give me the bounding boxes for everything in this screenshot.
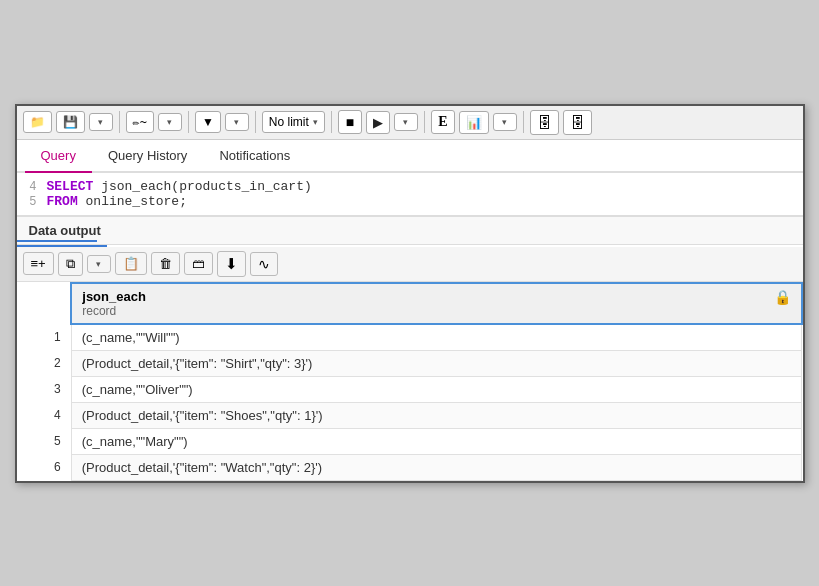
separator-4 — [331, 111, 332, 133]
db1-button[interactable]: 🗄 — [530, 110, 559, 135]
row-num-4: 4 — [17, 402, 72, 428]
explain-button[interactable]: E — [431, 110, 455, 134]
data-output-label: Data output — [29, 223, 101, 238]
limit-chevron-icon: ▾ — [313, 117, 318, 127]
row-num-3: 3 — [17, 376, 72, 402]
row-num-header — [17, 283, 72, 324]
line-number-4: 4 — [17, 180, 47, 194]
sql-content-4: SELECT json_each(products_in_cart) — [47, 179, 312, 194]
limit-dropdown[interactable]: No limit ▾ — [262, 111, 325, 133]
row-num-5: 5 — [17, 428, 72, 454]
paste-button[interactable]: 📋 — [115, 252, 147, 275]
results-table: json_each record 🔒 1 (c_name,""Will"") 2 — [17, 282, 803, 481]
run-dropdown-button[interactable]: ▾ — [394, 113, 418, 131]
keyword-select: SELECT — [47, 179, 94, 194]
sql-editor[interactable]: 4 SELECT json_each(products_in_cart) 5 F… — [17, 173, 803, 217]
save-data-button[interactable]: 🗃 — [184, 252, 213, 275]
tab-query[interactable]: Query — [25, 140, 92, 173]
row-value-1: (c_name,""Will"") — [71, 324, 801, 351]
save-dropdown-button[interactable]: ▾ — [89, 113, 113, 131]
main-toolbar: 📁 💾 ▾ ✏~ ▾ ▼ ▾ No limit ▾ ■ ▶ ▾ E 📊 ▾ 🗄 … — [17, 106, 803, 140]
line-number-5: 5 — [17, 195, 47, 209]
table-row: 1 (c_name,""Will"") — [17, 324, 802, 351]
col-header-json-each: json_each record 🔒 — [71, 283, 801, 324]
table-row: 2 (Product_detail,'{"item": "Shirt","qty… — [17, 350, 802, 376]
tab-bar: Query Query History Notifications — [17, 140, 803, 173]
row-num-6: 6 — [17, 454, 72, 480]
separator-3 — [255, 111, 256, 133]
chart-dropdown-button[interactable]: ▾ — [493, 113, 517, 131]
add-row-button[interactable]: ≡+ — [23, 252, 54, 275]
main-window: 📁 💾 ▾ ✏~ ▾ ▼ ▾ No limit ▾ ■ ▶ ▾ E 📊 ▾ 🗄 … — [15, 104, 805, 483]
chart-button[interactable]: 📊 — [459, 111, 489, 134]
row-num-1: 1 — [17, 324, 72, 351]
copy-dropdown-button[interactable]: ▾ — [87, 255, 111, 273]
table-header-row: json_each record 🔒 — [17, 283, 802, 324]
filter-dropdown-button[interactable]: ▾ — [225, 113, 249, 131]
download-button[interactable]: ⬇ — [217, 251, 246, 277]
separator-5 — [424, 111, 425, 133]
tab-notifications[interactable]: Notifications — [203, 140, 306, 173]
graph-button[interactable]: ∿ — [250, 252, 278, 276]
col-name: json_each — [82, 289, 146, 304]
row-value-6: (Product_detail,'{"item": "Watch","qty":… — [71, 454, 801, 480]
table-row: 5 (c_name,""Mary"") — [17, 428, 802, 454]
row-value-2: (Product_detail,'{"item": "Shirt","qty":… — [71, 350, 801, 376]
data-output-section: Data output — [17, 217, 803, 247]
run-button[interactable]: ▶ — [366, 111, 390, 134]
sql-line-5: 5 FROM online_store; — [17, 194, 803, 209]
db2-button[interactable]: 🗄 — [563, 110, 592, 135]
output-toolbar: ≡+ ⧉ ▾ 📋 🗑 🗃 ⬇ ∿ — [17, 247, 803, 282]
separator-1 — [119, 111, 120, 133]
data-output-header: Data output — [17, 217, 803, 245]
copy-button[interactable]: ⧉ — [58, 252, 83, 276]
data-table-container: json_each record 🔒 1 (c_name,""Will"") 2 — [17, 282, 803, 481]
stop-button[interactable]: ■ — [338, 110, 362, 134]
open-button[interactable]: 📁 — [23, 111, 52, 133]
save-button[interactable]: 💾 — [56, 111, 85, 133]
row-value-4: (Product_detail,'{"item": "Shoes","qty":… — [71, 402, 801, 428]
filter-button[interactable]: ▼ — [195, 111, 221, 133]
sql-line-4: 4 SELECT json_each(products_in_cart) — [17, 179, 803, 194]
separator-2 — [188, 111, 189, 133]
row-num-2: 2 — [17, 350, 72, 376]
sql-content-5: FROM online_store; — [47, 194, 187, 209]
edit-dropdown-button[interactable]: ▾ — [158, 113, 182, 131]
lock-icon: 🔒 — [774, 289, 791, 305]
edit-button[interactable]: ✏~ — [126, 111, 154, 133]
limit-label: No limit — [269, 115, 309, 129]
table-row: 4 (Product_detail,'{"item": "Shoes","qty… — [17, 402, 802, 428]
separator-6 — [523, 111, 524, 133]
table-row: 6 (Product_detail,'{"item": "Watch","qty… — [17, 454, 802, 480]
col-type: record — [82, 304, 146, 318]
row-value-3: (c_name,""Oliver"") — [71, 376, 801, 402]
keyword-from: FROM — [47, 194, 78, 209]
delete-button[interactable]: 🗑 — [151, 252, 180, 275]
row-value-5: (c_name,""Mary"") — [71, 428, 801, 454]
tab-query-history[interactable]: Query History — [92, 140, 203, 173]
table-row: 3 (c_name,""Oliver"") — [17, 376, 802, 402]
